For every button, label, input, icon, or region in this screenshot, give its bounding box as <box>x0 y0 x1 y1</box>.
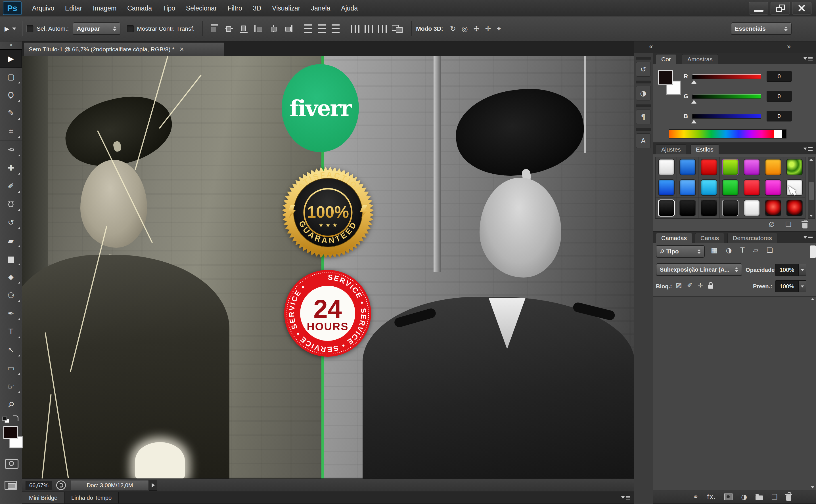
slider-thumb-icon[interactable] <box>691 120 697 123</box>
tab-amostras[interactable]: Amostras <box>682 54 718 64</box>
style-swatch[interactable] <box>659 159 674 175</box>
screen-mode-icon[interactable] <box>5 481 17 490</box>
hand-tool[interactable]: ☞ <box>0 377 22 395</box>
style-swatch[interactable] <box>765 200 781 216</box>
foreground-color-swatch[interactable] <box>658 70 673 85</box>
distribute-vertical-centers-icon[interactable] <box>318 24 326 33</box>
style-swatch[interactable] <box>680 200 695 216</box>
eraser-tool[interactable]: ▰ <box>0 231 22 249</box>
layers-list[interactable] <box>653 296 816 490</box>
adjustment-layer-icon[interactable]: ◑ <box>741 493 747 501</box>
quick-mask-icon[interactable] <box>5 459 18 469</box>
quick-selection-tool[interactable]: ✎ <box>0 104 22 122</box>
style-swatch[interactable] <box>744 200 760 216</box>
restore-icon[interactable] <box>771 2 790 14</box>
tab-timeline[interactable]: Linha do Tempo <box>64 492 119 503</box>
channel-slider[interactable] <box>692 114 761 119</box>
filter-smart-objects-icon[interactable]: ❏ <box>767 246 773 254</box>
color-spectrum-ramp[interactable] <box>669 129 786 138</box>
panel-menu-icon[interactable] <box>804 56 813 61</box>
filter-type-layers-icon[interactable]: T <box>741 246 745 254</box>
swap-colors-icon[interactable] <box>13 415 18 421</box>
tab-close-icon[interactable]: × <box>180 45 184 54</box>
menu-item[interactable]: 3D <box>247 5 266 12</box>
minimize-icon[interactable] <box>749 2 768 14</box>
collapse-panels-icon[interactable]: » <box>787 43 791 51</box>
opacity-input[interactable]: 100% <box>775 264 806 276</box>
style-swatch[interactable] <box>787 200 802 216</box>
layer-mask-icon[interactable] <box>724 493 733 500</box>
filter-shape-layers-icon[interactable]: ▱ <box>753 246 758 254</box>
align-horizontal-centers-icon[interactable] <box>268 24 278 33</box>
foreground-color-swatch[interactable] <box>3 426 18 439</box>
tab-estilos[interactable]: Estilos <box>691 144 719 154</box>
menu-item[interactable]: Visualizar <box>266 5 305 12</box>
menu-item[interactable]: Selecionar <box>181 5 222 12</box>
layer-group-icon[interactable] <box>756 494 763 500</box>
move-tool[interactable]: ▶ <box>0 49 22 68</box>
pen-tool[interactable]: ✒ <box>0 304 22 322</box>
lock-all-icon[interactable] <box>708 282 713 289</box>
status-options-button[interactable] <box>149 480 157 491</box>
channel-value[interactable]: 0 <box>767 91 792 102</box>
distribute-horizontal-centers-icon[interactable] <box>364 25 373 33</box>
close-icon[interactable] <box>792 2 811 14</box>
scroll-up-icon[interactable] <box>811 298 814 300</box>
type-tool[interactable]: T <box>0 322 22 341</box>
dodge-tool[interactable]: ⚆ <box>0 286 22 304</box>
delete-layer-icon[interactable] <box>786 493 791 501</box>
paragraph-panel-icon[interactable]: ¶ <box>636 110 651 124</box>
align-top-edges-icon[interactable] <box>210 24 219 33</box>
history-brush-tool[interactable]: ↺ <box>0 213 22 231</box>
status-cycle-icon[interactable] <box>56 480 66 490</box>
chevron-down-icon[interactable] <box>798 264 806 276</box>
filter-adjustment-layers-icon[interactable]: ◑ <box>726 246 732 254</box>
scroll-down-icon[interactable] <box>809 215 813 217</box>
properties-panel-icon[interactable]: ◑ <box>636 86 651 100</box>
menu-item[interactable]: Camada <box>122 5 157 12</box>
filter-pixel-layers-icon[interactable]: ▦ <box>711 246 718 254</box>
style-swatch[interactable] <box>744 180 760 195</box>
align-right-edges-icon[interactable] <box>283 24 293 33</box>
link-layers-icon[interactable]: ⚭ <box>693 493 699 501</box>
expand-panels-icon[interactable]: « <box>649 43 653 51</box>
scrollbar[interactable] <box>808 157 815 219</box>
3d-zoom-camera-icon[interactable]: ⌖ <box>497 24 501 33</box>
align-vertical-centers-icon[interactable] <box>225 24 233 33</box>
chevron-down-icon[interactable] <box>798 281 806 292</box>
history-panel-icon[interactable]: ↺ <box>636 62 651 77</box>
panel-menu-icon[interactable] <box>804 235 813 240</box>
auto-align-layers-icon[interactable] <box>392 24 405 33</box>
new-layer-icon[interactable]: ❏ <box>771 493 778 501</box>
rectangle-tool[interactable]: ▭ <box>0 359 22 377</box>
style-swatch[interactable] <box>680 159 695 175</box>
3d-rotate-camera-icon[interactable]: ↻ <box>450 25 456 33</box>
zoom-tool[interactable]: ⚲ <box>0 395 22 413</box>
3d-slide-camera-icon[interactable]: ✛ <box>485 25 491 33</box>
style-swatch[interactable] <box>659 200 674 216</box>
layer-filter-dropdown[interactable]: ⚲ Tipo <box>656 245 705 258</box>
tab-demarcadores[interactable]: Demarcadores <box>727 233 777 243</box>
align-bottom-edges-icon[interactable] <box>240 24 248 33</box>
default-colors-icon[interactable] <box>2 417 10 423</box>
spot-healing-brush-tool[interactable]: ✚ <box>0 159 22 177</box>
lasso-tool[interactable]: Ϙ <box>0 86 22 104</box>
distribute-right-edges-icon[interactable] <box>378 25 387 33</box>
style-swatch[interactable] <box>787 159 802 175</box>
delete-style-icon[interactable] <box>802 221 807 228</box>
slider-thumb-icon[interactable] <box>691 80 697 84</box>
zoom-level-input[interactable]: 66,67% <box>26 481 52 490</box>
auto-select-dropdown[interactable]: Agrupar <box>73 22 120 35</box>
menu-item[interactable]: Filtro <box>222 5 247 12</box>
auto-select-checkbox[interactable] <box>26 25 34 32</box>
style-swatch[interactable] <box>765 159 781 175</box>
scroll-thumb[interactable] <box>809 182 814 200</box>
rectangular-marquee-tool[interactable]: ▢ <box>0 68 22 86</box>
tab-mini-bridge[interactable]: Mini Bridge <box>22 492 64 503</box>
lock-position-icon[interactable]: ✛ <box>698 282 703 289</box>
gradient-tool[interactable]: ▆ <box>0 249 22 268</box>
clear-style-icon[interactable]: ∅ <box>769 221 775 228</box>
tool-preset[interactable]: ▶ <box>5 25 16 32</box>
slider-thumb-icon[interactable] <box>691 100 697 104</box>
tab-cor[interactable]: Cor <box>656 54 676 64</box>
